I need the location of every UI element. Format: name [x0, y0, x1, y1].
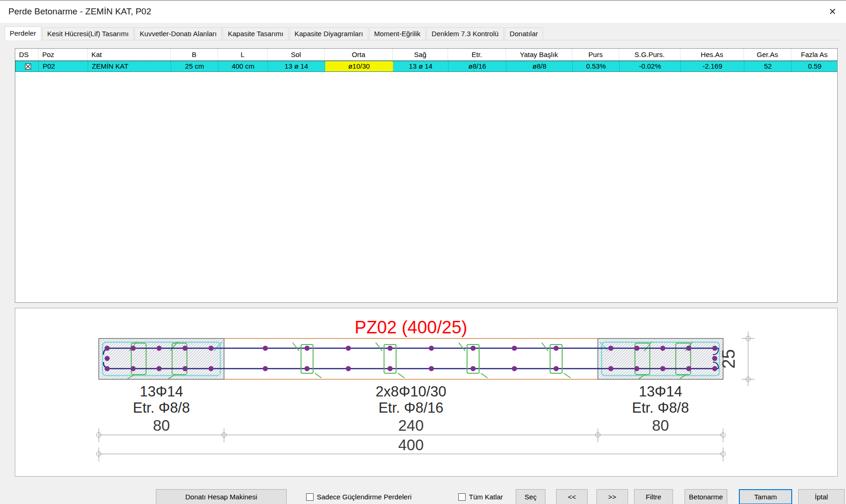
col-header-b[interactable]: B [171, 49, 218, 60]
cell-b: 25 cm [171, 61, 218, 71]
row-checkbox-checked-icon[interactable] [25, 64, 31, 70]
walls-table: DS Poz Kat B L Sol Orta Sağ Etr. Yatay B… [15, 48, 838, 303]
left-zone-stirrup-label: Etr. Φ8/8 [133, 400, 190, 416]
reinforcement-labels: 13Φ14 Etr. Φ8/8 2x8Φ10/30 Etr. Φ8/16 13Φ… [133, 383, 689, 416]
cell-orta-highlighted: ø10/30 [325, 61, 393, 71]
col-header-hes-as[interactable]: Hes.As [680, 49, 744, 60]
dim-left-text: 80 [153, 417, 170, 434]
tab-kapasite-tasarimi[interactable]: Kapasite Tasarımı [223, 27, 288, 40]
section-drawing-panel: PZ02 (400/25) [15, 308, 838, 477]
drawing-title: PZ02 (400/25) [355, 318, 468, 337]
tab-denklem-kontrolu[interactable]: Denklem 7.3 Kontrolü [427, 27, 504, 40]
cell-ger-as: 52 [744, 61, 792, 71]
cell-l: 400 cm [218, 61, 268, 71]
filter-button[interactable]: Filtre [634, 489, 673, 504]
only-strengthening-label[interactable]: Sadece Güçlendirme Perdeleri [317, 493, 411, 501]
table-header-row: DS Poz Kat B L Sol Orta Sağ Etr. Yatay B… [15, 49, 837, 61]
cell-sol: 13 ø 14 [268, 61, 325, 71]
right-zone-stirrup-label: Etr. Φ8/8 [632, 400, 689, 416]
tab-kesit-hucresi[interactable]: Kesit Hücresi(Lif) Tasarımı [42, 27, 134, 40]
tab-perdeler[interactable]: Perdeler [5, 26, 41, 40]
right-end-zone [598, 338, 723, 379]
col-header-purs[interactable]: Purs [572, 49, 619, 60]
tab-kuvvetler-donati[interactable]: Kuvvetler-Donatı Alanları [135, 27, 222, 40]
all-floors-checkbox-group: Tüm Katlar [458, 489, 503, 504]
dim-right-text: 80 [652, 417, 669, 434]
only-strengthening-checkbox-group: Sadece Güçlendirme Perdeleri [306, 489, 411, 504]
next-button[interactable]: >> [596, 489, 628, 504]
title-bar: Perde Betonarme - ZEMİN KAT, P02 ✕ [0, 0, 846, 23]
dim-total-text: 400 [398, 436, 423, 453]
all-floors-label[interactable]: Tüm Katlar [469, 493, 503, 501]
cell-sag: 13 ø 14 [393, 61, 449, 71]
cancel-button[interactable]: İptal [798, 489, 845, 504]
col-header-ger-as[interactable]: Ger.As [744, 49, 791, 60]
select-button[interactable]: Seç [516, 489, 545, 504]
mid-zone-bars-label: 2x8Φ10/30 [376, 383, 446, 400]
rebar-calculator-button[interactable]: Donatı Hesap Makinesi [156, 489, 287, 504]
cell-kat: ZEMİN KAT [88, 61, 171, 71]
col-header-sag[interactable]: Sağ [393, 49, 448, 60]
perde-betonarme-dialog: Perde Betonarme - ZEMİN KAT, P02 ✕ Perde… [0, 0, 846, 504]
tab-moment-egrilik[interactable]: Moment-Eğrilik [369, 27, 426, 40]
cell-sg-purs: -0.02% [620, 61, 681, 71]
cell-hes-as: -2.169 [681, 61, 744, 71]
left-end-zone [99, 338, 224, 379]
cell-fazla-as: 0.59 [792, 61, 838, 71]
tab-strip: Perdeler Kesit Hücresi(Lif) Tasarımı Kuv… [5, 26, 841, 40]
dim-height-text: 25 [719, 349, 738, 369]
cell-etr: ø8/16 [449, 61, 506, 71]
cell-poz: P02 [39, 61, 88, 71]
tab-kapasite-diyagramlari[interactable]: Kapasite Diyagramları [289, 27, 368, 40]
col-header-orta[interactable]: Orta [325, 49, 393, 60]
col-header-ds[interactable]: DS [15, 49, 38, 60]
left-zone-bars-label: 13Φ14 [140, 383, 183, 400]
col-header-etr[interactable]: Etr. [448, 49, 506, 60]
previous-button[interactable]: << [556, 489, 588, 504]
concrete-design-button[interactable]: Betonarme [685, 489, 727, 504]
cell-purs: 0.53% [573, 61, 620, 71]
col-header-kat[interactable]: Kat [88, 49, 171, 60]
all-floors-checkbox[interactable] [458, 493, 466, 501]
cell-yatay-baslik: ø8/8 [506, 61, 573, 71]
col-header-fazla-as[interactable]: Fazla As [791, 49, 838, 60]
col-header-poz[interactable]: Poz [38, 49, 88, 60]
col-header-l[interactable]: L [218, 49, 268, 60]
only-strengthening-checkbox[interactable] [306, 493, 314, 501]
mid-zone-stirrup-label: Etr. Φ8/16 [378, 400, 443, 416]
dim-mid-text: 240 [398, 417, 423, 434]
wall-section-drawing: PZ02 (400/25) [15, 308, 837, 476]
table-row-p02[interactable]: P02 ZEMİN KAT 25 cm 400 cm 13 ø 14 ø10/3… [15, 61, 838, 72]
col-header-sol[interactable]: Sol [268, 49, 325, 60]
ok-button[interactable]: Tamam [739, 489, 792, 504]
close-icon[interactable]: ✕ [826, 5, 840, 18]
tab-donatilar[interactable]: Donatılar [505, 27, 543, 40]
cell-ds [16, 61, 39, 71]
col-header-sg-purs[interactable]: S.G.Purs. [619, 49, 680, 60]
col-header-yatay-baslik[interactable]: Yatay Başlık [506, 49, 572, 60]
right-zone-bars-label: 13Φ14 [639, 383, 682, 400]
window-title: Perde Betonarme - ZEMİN KAT, P02 [8, 0, 151, 23]
